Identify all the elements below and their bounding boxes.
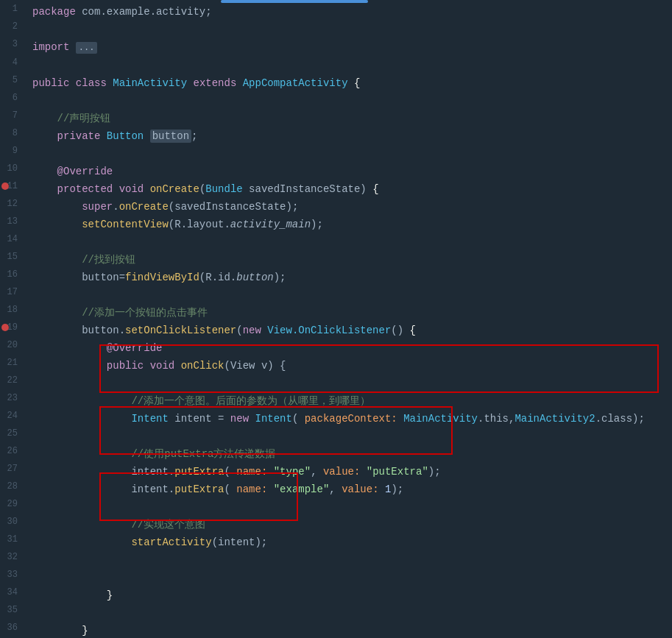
line-number: 1 <box>0 4 24 14</box>
code-text: @Override <box>24 163 672 180</box>
code-text <box>24 287 672 303</box>
code-text: } <box>24 587 672 603</box>
code-line: 8 private Button button; <box>0 127 672 145</box>
code-text: button.setOnClickListener(new View.OnCli… <box>24 322 672 339</box>
code-line: 28 intent.putExtra( name: "example", val… <box>0 481 672 498</box>
code-line: 23 //添加一个意图。后面的参数为（从哪里，到哪里） <box>0 392 672 410</box>
code-line: 12 super.onCreate(savedInstanceState); <box>0 198 672 216</box>
code-line: 18 //添加一个按钮的点击事件 <box>0 304 672 322</box>
line-number: 7 <box>0 110 24 121</box>
code-line: 15 //找到按钮 <box>0 251 672 269</box>
code-line: 26 //使用putExtra方法传递数据 <box>0 445 672 463</box>
code-text: import ... <box>24 39 672 56</box>
line-number: 25 <box>0 428 24 439</box>
line-number: 30 <box>0 517 24 527</box>
code-line: 17 <box>0 286 672 304</box>
code-line: 10 @Override <box>0 163 672 180</box>
code-text: startActivity(intent); <box>24 534 672 550</box>
line-number: 13 <box>0 216 24 227</box>
code-line: 20 @Override <box>0 339 672 357</box>
code-text <box>24 146 672 162</box>
line-number: 4 <box>0 57 24 68</box>
code-line: 36 } <box>0 622 672 638</box>
line-number: 35 <box>0 605 24 615</box>
code-editor: 1 package com.example.activity; 2 3 impo… <box>0 0 672 638</box>
code-line: 31 startActivity(intent); <box>0 534 672 551</box>
code-line: 29 <box>0 498 672 516</box>
code-line: 11 protected void onCreate(Bundle savedI… <box>0 180 672 198</box>
code-line: 3 import ... <box>0 38 672 57</box>
code-line: 27 intent.putExtra( name: "type", value:… <box>0 463 672 481</box>
code-line: 14 <box>0 233 672 251</box>
code-line: 34 } <box>0 586 672 604</box>
code-text <box>24 552 672 568</box>
code-text: //找到按钮 <box>24 252 672 268</box>
code-text: public class MainActivity extends AppCom… <box>24 75 672 91</box>
code-text <box>24 605 672 621</box>
code-text: button=findViewById(R.id.button); <box>24 269 672 286</box>
code-line: 35 <box>0 604 672 622</box>
code-line: 30 //实现这个意图 <box>0 516 672 534</box>
line-number: 28 <box>0 481 24 492</box>
code-text: public void onClick(View v) { <box>24 358 672 374</box>
code-line: 9 <box>0 145 672 163</box>
code-line: 33 <box>0 569 672 586</box>
code-text: //使用putExtra方法传递数据 <box>24 446 672 462</box>
line-number: 11 <box>0 181 24 191</box>
code-text: //声明按钮 <box>24 110 672 127</box>
code-text: //添加一个按钮的点击事件 <box>24 305 672 321</box>
line-number: 27 <box>0 464 24 474</box>
line-number: 31 <box>0 534 24 545</box>
line-number: 8 <box>0 128 24 138</box>
line-number: 22 <box>0 375 24 386</box>
code-text: //添加一个意图。后面的参数为（从哪里，到哪里） <box>24 393 672 409</box>
code-text: intent.putExtra( name: "type", value: "p… <box>24 464 672 480</box>
code-line: 5 public class MainActivity extends AppC… <box>0 74 672 92</box>
code-line: 4 <box>0 57 672 74</box>
code-text: //实现这个意图 <box>24 517 672 533</box>
code-text <box>24 428 672 444</box>
line-number: 6 <box>0 93 24 103</box>
code-line: 24 Intent intent = new Intent( packageCo… <box>0 410 672 428</box>
line-number: 16 <box>0 269 24 280</box>
code-text <box>24 234 672 250</box>
code-text: package com.example.activity; <box>24 4 672 20</box>
line-number: 10 <box>0 163 24 174</box>
line-number: 24 <box>0 411 24 421</box>
code-text: } <box>24 623 672 638</box>
code-line: 6 <box>0 92 672 110</box>
line-number: 19 <box>0 322 24 333</box>
line-number: 17 <box>0 287 24 297</box>
code-line: 21 public void onClick(View v) { <box>0 357 672 375</box>
code-text <box>24 21 672 38</box>
breakpoint-indicator <box>1 324 9 331</box>
line-number: 20 <box>0 340 24 350</box>
line-number: 12 <box>0 199 24 209</box>
lines-wrapper: 1 package com.example.activity; 2 3 impo… <box>0 3 672 638</box>
code-text: intent.putExtra( name: "example", value:… <box>24 481 672 497</box>
code-line: 7 //声明按钮 <box>0 110 672 127</box>
code-text <box>24 375 672 391</box>
line-number: 15 <box>0 252 24 262</box>
line-number: 14 <box>0 234 24 244</box>
line-number: 32 <box>0 552 24 562</box>
line-number: 34 <box>0 587 24 598</box>
code-line: 22 <box>0 375 672 392</box>
code-line: 25 <box>0 428 672 445</box>
code-text: @Override <box>24 340 672 356</box>
code-line: 16 button=findViewById(R.id.button); <box>0 269 672 286</box>
line-number: 36 <box>0 623 24 633</box>
code-text: Intent intent = new Intent( packageConte… <box>24 411 672 427</box>
line-number: 33 <box>0 570 24 580</box>
breakpoint-indicator <box>1 182 9 190</box>
line-number: 18 <box>0 305 24 315</box>
code-text <box>24 93 672 109</box>
line-number: 2 <box>0 21 24 32</box>
code-line: 32 <box>0 551 672 569</box>
code-text <box>24 570 672 586</box>
code-text: setContentView(R.layout.activity_main); <box>24 216 672 233</box>
code-line: 2 <box>0 21 672 38</box>
line-number: 9 <box>0 146 24 156</box>
code-line: 1 package com.example.activity; <box>0 3 672 21</box>
code-text <box>24 57 672 74</box>
